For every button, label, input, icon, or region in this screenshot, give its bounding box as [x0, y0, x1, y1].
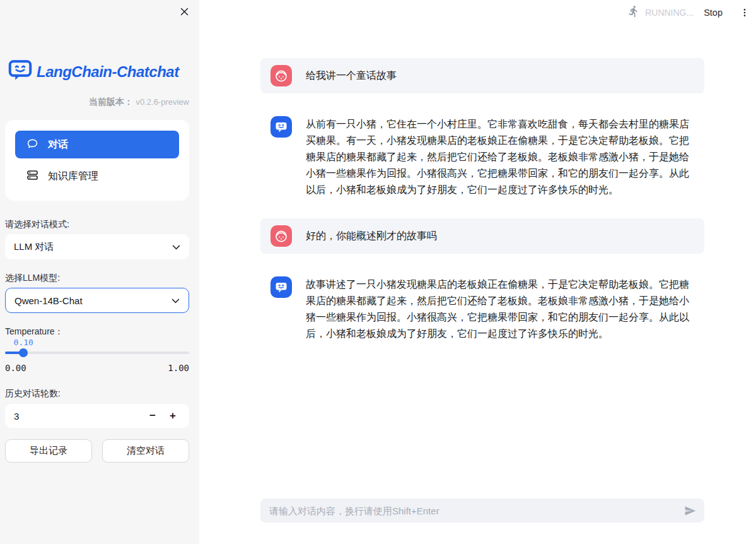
app-logo: LangChain-Chatchat: [8, 60, 179, 84]
temperature-min: 0.00: [5, 363, 26, 373]
slider-thumb[interactable]: [19, 348, 28, 357]
menu-item-label: 知识库管理: [48, 170, 98, 183]
version-label: 当前版本：: [89, 97, 133, 107]
stop-button[interactable]: Stop: [704, 8, 723, 18]
chevron-down-icon: [170, 295, 181, 306]
temperature-value: 0.10: [14, 338, 33, 347]
clear-dialogue-button[interactable]: 清空对话: [102, 439, 189, 463]
assistant-avatar: [270, 276, 292, 298]
logo-chat-bubble-icon: [8, 60, 32, 84]
version-value: v0.2.6-preview: [136, 97, 189, 107]
history-rounds-input[interactable]: 3 − +: [5, 404, 189, 428]
message-text: 故事讲述了一只小猪发现糖果店的老板娘正在偷糖果，于是它决定帮助老板娘。它把糖果店…: [306, 276, 694, 342]
export-history-button[interactable]: 导出记录: [5, 439, 92, 463]
temperature-label: Temperature：: [5, 326, 64, 338]
decrement-button[interactable]: −: [142, 406, 163, 426]
app-title: LangChain-Chatchat: [37, 63, 179, 81]
database-icon: [26, 169, 39, 184]
history-rounds-label: 历史对话轮数:: [5, 388, 61, 399]
close-icon: [180, 7, 189, 16]
running-icon: [627, 5, 640, 20]
nav-menu: 对话 知识库管理: [5, 120, 189, 201]
menu-item-label: 对话: [48, 138, 68, 151]
user-avatar: [270, 225, 292, 247]
sidebar: LangChain-Chatchat 当前版本： v0.2.6-preview …: [0, 0, 199, 544]
dialog-mode-value: LLM 对话: [14, 241, 171, 253]
chat-history: 给我讲一个童话故事 从前有一只小猪，它住在一个小村庄里。它非常喜欢吃甜食，每天都…: [260, 58, 704, 362]
message-text: 从前有一只小猪，它住在一个小村庄里。它非常喜欢吃甜食，每天都会去村里的糖果店买糖…: [306, 116, 694, 198]
chat-bubble-icon: [26, 137, 39, 153]
send-icon: [683, 504, 697, 517]
main-area: RUNNING... Stop 给我讲一个童话故事: [199, 0, 756, 544]
sidebar-actions: 导出记录 清空对话: [5, 439, 189, 463]
llm-model-value: Qwen-14B-Chat: [15, 295, 170, 306]
message-text: 好的，你能概述刚才的故事吗: [306, 225, 437, 247]
sidebar-close-button[interactable]: [177, 4, 192, 19]
llm-model-select[interactable]: Qwen-14B-Chat: [5, 288, 189, 313]
kebab-menu-icon[interactable]: [740, 7, 750, 18]
assistant-avatar: [270, 116, 292, 138]
chat-input[interactable]: [260, 499, 679, 523]
send-button[interactable]: [679, 500, 701, 521]
status-text: RUNNING...: [645, 8, 694, 18]
temperature-range: 0.00 1.00: [5, 363, 189, 373]
dialog-mode-label: 请选择对话模式:: [5, 219, 69, 230]
chevron-down-icon: [171, 242, 182, 252]
temperature-max: 1.00: [168, 363, 189, 373]
message-text: 给我讲一个童话故事: [306, 65, 397, 86]
user-avatar: [270, 65, 292, 86]
chat-input-container: [260, 499, 704, 523]
menu-item-knowledge-base[interactable]: 知识库管理: [15, 162, 179, 190]
llm-model-label: 选择LLM模型:: [5, 273, 60, 284]
temperature-slider[interactable]: 0.10: [5, 338, 189, 363]
assistant-message: 从前有一只小猪，它住在一个小村庄里。它非常喜欢吃甜食，每天都会去村里的糖果店买糖…: [260, 114, 704, 198]
version-info: 当前版本： v0.2.6-preview: [5, 96, 189, 108]
user-message: 给我讲一个童话故事: [260, 58, 704, 93]
dialog-mode-select[interactable]: LLM 对话: [5, 234, 189, 259]
increment-button[interactable]: +: [163, 406, 183, 426]
slider-track[interactable]: [5, 352, 189, 354]
history-rounds-value: 3: [14, 411, 142, 422]
assistant-message: 故事讲述了一只小猪发现糖果店的老板娘正在偷糖果，于是它决定帮助老板娘。它把糖果店…: [260, 274, 704, 342]
menu-item-dialogue[interactable]: 对话: [15, 131, 179, 158]
user-message: 好的，你能概述刚才的故事吗: [260, 218, 704, 254]
status-bar: RUNNING... Stop: [627, 5, 750, 20]
